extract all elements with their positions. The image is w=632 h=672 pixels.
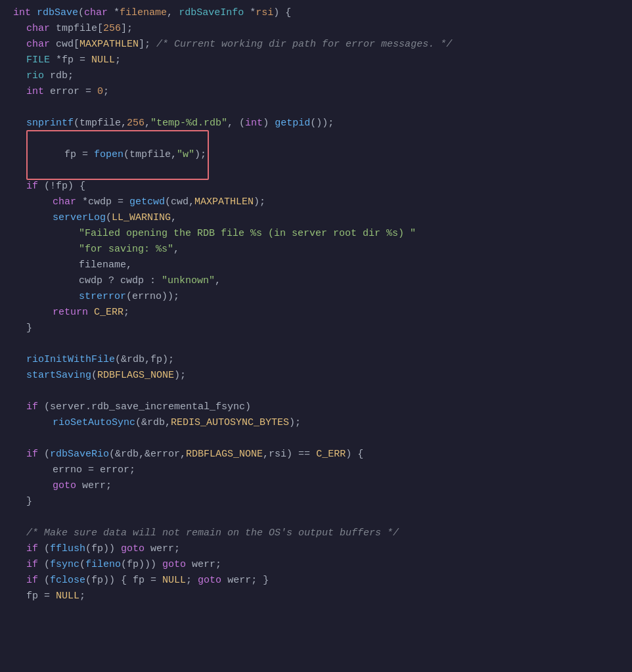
code-line-2: char tmpfile[256];: [0, 21, 632, 37]
code-line-blank-4: [0, 431, 632, 447]
highlight-box: fp = fopen(tmpfile,"w");: [26, 130, 209, 180]
keyword-int: int: [13, 5, 31, 21]
code-line-22: startSaving(RDBFLAGS_NONE);: [0, 368, 632, 384]
code-line-36: fp = NULL;: [0, 589, 632, 604]
code-line-blank-5: [0, 510, 632, 526]
code-line-28: errno = error;: [0, 462, 632, 478]
code-line-18: return C_ERR;: [0, 305, 632, 321]
code-line-3: char cwd[MAXPATHLEN]; /* Current working…: [0, 37, 632, 53]
code-line-24: if (server.rdb_save_incremental_fsync): [0, 399, 632, 415]
code-line-33: if (fflush(fp)) goto werr;: [0, 541, 632, 557]
code-line-5: rio rdb;: [0, 68, 632, 84]
code-line-13: "Failed opening the RDB file %s (in serv…: [0, 226, 632, 242]
fn-rdbSave: rdbSave: [37, 5, 78, 21]
code-line-29: goto werr;: [0, 478, 632, 494]
code-editor: int rdbSave(char *filename, rdbSaveInfo …: [0, 0, 632, 672]
code-line-8: snprintf(tmpfile,256,"temp-%d.rdb", (int…: [0, 116, 632, 131]
code-line-16: cwdp ? cwdp : "unknown",: [0, 273, 632, 289]
code-line-34: if (fsync(fileno(fp))) goto werr;: [0, 557, 632, 573]
code-line-30: }: [0, 494, 632, 510]
code-line-blank-2: [0, 336, 632, 352]
code-line-6: int error = 0;: [0, 84, 632, 100]
code-line-27: if (rdbSaveRio(&rdb,&error,RDBFLAGS_NONE…: [0, 447, 632, 462]
code-line-15: filename,: [0, 258, 632, 273]
code-line-19: }: [0, 321, 632, 336]
code-line-17: strerror(errno));: [0, 289, 632, 305]
code-line-1: int rdbSave(char *filename, rdbSaveInfo …: [0, 5, 632, 21]
code-line-9-highlighted: fp = fopen(tmpfile,"w");: [0, 131, 632, 179]
code-line-4: FILE *fp = NULL;: [0, 53, 632, 68]
code-line-32: /* Make sure data will not remain on the…: [0, 526, 632, 541]
code-line-25: rioSetAutoSync(&rdb,REDIS_AUTOSYNC_BYTES…: [0, 415, 632, 431]
code-line-10: if (!fp) {: [0, 179, 632, 194]
code-line-blank-1: [0, 100, 632, 116]
code-line-35: if (fclose(fp)) { fp = NULL; goto werr; …: [0, 573, 632, 589]
code-line-12: serverLog(LL_WARNING,: [0, 210, 632, 226]
code-line-blank-3: [0, 384, 632, 399]
code-line-11: char *cwdp = getcwd(cwd,MAXPATHLEN);: [0, 194, 632, 210]
code-line-14: "for saving: %s",: [0, 242, 632, 258]
code-line-21: rioInitWithFile(&rdb,fp);: [0, 352, 632, 368]
